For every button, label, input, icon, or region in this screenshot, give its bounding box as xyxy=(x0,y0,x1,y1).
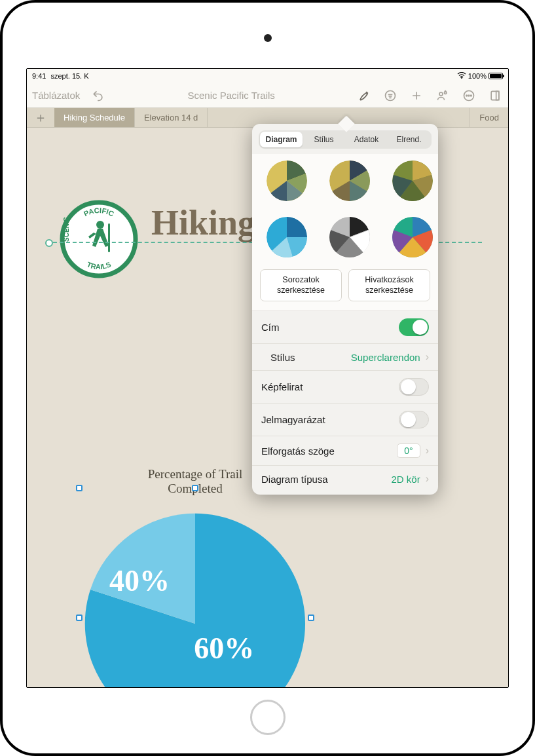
format-popover: Diagram Stílus Adatok Elrend. Sorozatok … xyxy=(252,124,438,495)
plus-icon[interactable] xyxy=(409,88,424,104)
chart-style-3[interactable] xyxy=(392,161,433,201)
home-button[interactable] xyxy=(250,700,286,735)
edit-references-button[interactable]: Hivatkozások szerkesztése xyxy=(348,269,430,301)
battery-percent: 100% xyxy=(468,72,487,80)
ipad-body: 9:41 szept. 15. K 100% Táblázatok xyxy=(3,3,532,753)
svg-point-6 xyxy=(468,95,470,96)
trails-logo: PACIFIC TRAILS SCENIC xyxy=(60,200,138,278)
row-style-value: Superclarendon xyxy=(351,352,420,363)
row-type-label: Diagram típusa xyxy=(261,474,328,485)
selection-handle[interactable] xyxy=(308,614,314,621)
chart-style-2[interactable] xyxy=(329,161,370,201)
svg-rect-15 xyxy=(108,223,110,252)
chevron-right-icon: › xyxy=(426,351,429,363)
selection-handle[interactable] xyxy=(192,485,198,491)
popover-button-row: Sorozatok szerkesztése Hivatkozások szer… xyxy=(252,269,438,311)
selection-handle[interactable] xyxy=(76,614,83,621)
guide-handle[interactable] xyxy=(45,238,53,246)
sheet-tab-1[interactable]: Elevation 14 d xyxy=(135,108,208,127)
row-caption-label: Képfelirat xyxy=(261,381,303,392)
chevron-right-icon: › xyxy=(426,473,429,485)
chart-title: Percentage of Trail Completed xyxy=(123,467,267,496)
svg-point-5 xyxy=(466,95,468,96)
row-type-value: 2D kör xyxy=(391,474,420,485)
add-sheet-button[interactable]: ＋ xyxy=(27,108,54,127)
front-camera xyxy=(264,34,272,42)
pie-chart[interactable]: 60% 40% xyxy=(79,508,311,688)
svg-rect-9 xyxy=(496,91,499,100)
pie-chart-object[interactable]: Percentage of Trail Completed 60% 40% xyxy=(79,488,311,688)
chart-style-4[interactable] xyxy=(267,217,307,257)
battery-icon xyxy=(489,73,503,79)
row-rotation-value: 0° xyxy=(397,444,420,458)
status-time: 9:41 xyxy=(32,72,46,80)
toggle-title[interactable] xyxy=(399,318,429,336)
inspector-icon[interactable] xyxy=(487,88,503,104)
wifi-icon xyxy=(457,72,466,80)
undo-icon[interactable] xyxy=(90,88,106,104)
popover-settings: Cím Stílus Superclarendon › Képfelirat xyxy=(252,311,438,495)
chart-style-5[interactable] xyxy=(329,217,370,257)
svg-point-16 xyxy=(46,240,52,246)
ipad-frame: 9:41 szept. 15. K 100% Táblázatok xyxy=(0,0,535,756)
slice-label-60: 60% xyxy=(194,632,254,665)
more-icon[interactable] xyxy=(461,88,477,104)
row-title-label: Cím xyxy=(261,322,280,333)
screen: 9:41 szept. 15. K 100% Táblázatok xyxy=(26,68,509,688)
popover-tab-diagram[interactable]: Diagram xyxy=(260,132,303,147)
svg-point-2 xyxy=(439,92,443,96)
collaborate-icon[interactable] xyxy=(435,88,451,104)
status-left: 9:41 szept. 15. K xyxy=(32,72,89,80)
row-rotation-label: Elforgatás szöge xyxy=(261,445,335,457)
top-toolbar: Táblázatok Scenic Pacific Trails xyxy=(27,83,508,108)
svg-point-7 xyxy=(471,95,472,96)
status-bar: 9:41 szept. 15. K 100% xyxy=(27,69,508,83)
slice-label-40: 40% xyxy=(109,564,170,597)
svg-rect-8 xyxy=(491,91,499,100)
row-chart-type[interactable]: Diagram típusa 2D kör › xyxy=(252,466,438,492)
edit-series-button[interactable]: Sorozatok szerkesztése xyxy=(260,269,342,301)
row-title: Cím xyxy=(252,311,438,344)
filter-icon[interactable] xyxy=(382,88,398,104)
popover-tab-bar: Diagram Stílus Adatok Elrend. xyxy=(259,130,432,149)
status-date: szept. 15. K xyxy=(50,72,88,80)
chart-style-grid xyxy=(252,154,438,269)
status-right: 100% xyxy=(457,72,503,80)
sheet-tab-2[interactable]: Food xyxy=(470,108,508,127)
chevron-right-icon: › xyxy=(426,445,429,457)
popover-tab-data[interactable]: Adatok xyxy=(345,132,388,147)
svg-point-14 xyxy=(96,221,104,229)
svg-point-0 xyxy=(461,77,462,79)
chart-style-1[interactable] xyxy=(267,161,307,201)
format-brush-icon[interactable] xyxy=(356,88,372,104)
selection-handle[interactable] xyxy=(76,485,83,491)
row-legend-label: Jelmagyarázat xyxy=(261,414,325,425)
document-title[interactable]: Scenic Pacific Trails xyxy=(188,90,275,101)
popover-tab-arrange[interactable]: Elrend. xyxy=(388,132,430,147)
row-rotation[interactable]: Elforgatás szöge 0° › xyxy=(252,436,438,466)
toggle-legend[interactable] xyxy=(399,411,429,428)
toggle-caption[interactable] xyxy=(399,378,429,396)
back-button[interactable]: Táblázatok xyxy=(32,90,80,101)
row-legend: Jelmagyarázat xyxy=(252,404,438,436)
row-caption: Képfelirat xyxy=(252,371,438,404)
chart-style-6[interactable] xyxy=(392,217,433,257)
popover-tab-style[interactable]: Stílus xyxy=(303,132,345,147)
row-style-label: Stílus xyxy=(270,352,295,363)
sheet-tab-0[interactable]: Hiking Schedule xyxy=(54,108,135,127)
row-title-style[interactable]: Stílus Superclarendon › xyxy=(252,344,438,371)
svg-text:SCENIC: SCENIC xyxy=(63,217,70,242)
